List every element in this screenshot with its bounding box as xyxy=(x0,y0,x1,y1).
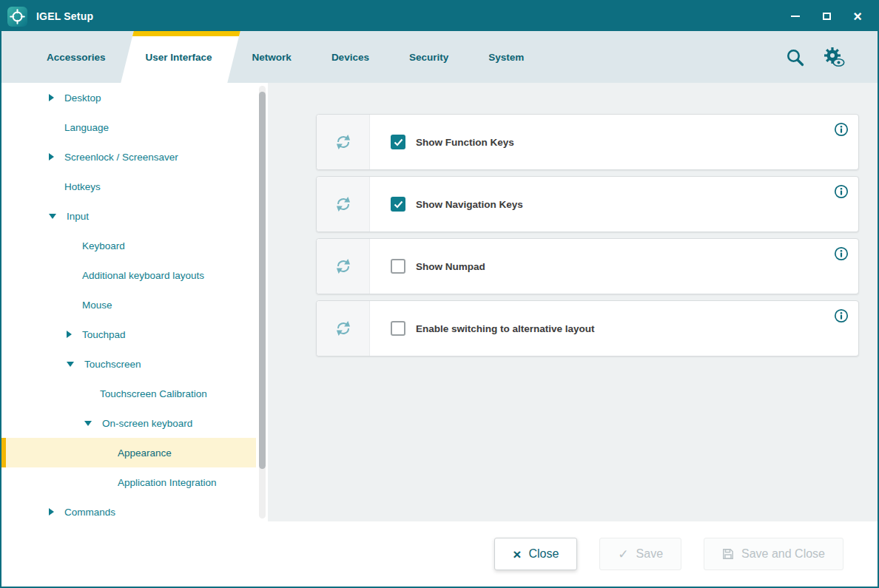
tab-label: Security xyxy=(409,52,448,63)
tab-accessories[interactable]: Accessories xyxy=(27,31,126,83)
search-icon[interactable] xyxy=(785,47,805,67)
chevron-right-icon xyxy=(49,153,54,160)
sidebar-item-additional-keyboard-layouts[interactable]: Additional keyboard layouts xyxy=(1,260,256,290)
sidebar-item-label: Screenlock / Screensaver xyxy=(64,152,178,163)
sidebar-item-label: Language xyxy=(64,122,109,133)
sidebar-item-touchpad[interactable]: Touchpad xyxy=(1,320,256,349)
tab-user-interface[interactable]: User Interface xyxy=(126,31,232,83)
sidebar-item-label: Keyboard xyxy=(82,240,125,251)
tab-label: System xyxy=(488,52,524,63)
sidebar-item-touchscreen-calibration[interactable]: Touchscreen Calibration xyxy=(1,379,256,408)
sidebar-item-label: Additional keyboard layouts xyxy=(82,270,204,281)
tab-bar: Accessories User Interface Network Devic… xyxy=(1,31,878,83)
close-window-button[interactable]: × xyxy=(846,7,869,26)
setting-label: Enable switching to alternative layout xyxy=(416,323,595,334)
sidebar-item-keyboard[interactable]: Keyboard xyxy=(1,231,256,260)
sidebar-item-label: Hotkeys xyxy=(64,181,101,192)
save-check-icon: ✓ xyxy=(618,548,628,561)
tabbar-icons xyxy=(785,31,878,83)
settings-tree-sidebar: Desktop Language Screenlock / Screensave… xyxy=(1,83,268,521)
chevron-right-icon xyxy=(49,508,54,516)
sidebar-scrollbar[interactable] xyxy=(259,86,266,518)
settings-panel: Show Function Keys xyxy=(268,83,878,521)
sidebar-item-label: Application Integration xyxy=(118,477,217,488)
setting-card-show-function-keys: Show Function Keys xyxy=(316,114,859,170)
maximize-icon xyxy=(823,13,831,20)
save-button-label: Save xyxy=(636,547,663,561)
setting-label: Show Numpad xyxy=(416,261,485,272)
sidebar-item-application-integration[interactable]: Application Integration xyxy=(1,467,256,497)
checkbox-enable-alternative-layout[interactable] xyxy=(391,321,405,336)
info-icon[interactable] xyxy=(834,246,849,261)
info-icon[interactable] xyxy=(834,184,849,199)
tab-label: Accessories xyxy=(47,52,106,63)
sidebar-item-appearance[interactable]: Appearance xyxy=(1,438,256,467)
setting-card-show-navigation-keys: Show Navigation Keys xyxy=(316,176,859,232)
sidebar-item-label: Appearance xyxy=(118,447,172,459)
sidebar-item-label: Touchpad xyxy=(82,329,126,340)
close-icon: × xyxy=(853,9,862,24)
save-button[interactable]: ✓ Save xyxy=(599,538,681,570)
sidebar-scrollbar-thumb[interactable] xyxy=(259,92,266,469)
igel-setup-window: IGEL Setup × Accessories User Interface … xyxy=(0,0,879,588)
sidebar-item-on-screen-keyboard[interactable]: On-screen keyboard xyxy=(1,408,256,438)
reset-to-default-icon[interactable] xyxy=(317,115,370,169)
tab-devices[interactable]: Devices xyxy=(311,31,389,83)
tab-security[interactable]: Security xyxy=(389,31,468,83)
content-area: Desktop Language Screenlock / Screensave… xyxy=(1,83,878,521)
sidebar-item-desktop[interactable]: Desktop xyxy=(1,83,256,112)
setting-row: Show Numpad xyxy=(370,239,485,294)
setting-label: Show Navigation Keys xyxy=(416,199,523,210)
tab-label: User Interface xyxy=(146,52,212,63)
tab-network[interactable]: Network xyxy=(232,31,311,83)
sidebar-item-screenlock-screensaver[interactable]: Screenlock / Screensaver xyxy=(1,142,256,172)
checkbox-show-function-keys[interactable] xyxy=(391,135,405,149)
close-x-icon: × xyxy=(513,547,521,561)
sidebar-item-hotkeys[interactable]: Hotkeys xyxy=(1,172,256,201)
sidebar-item-label: Desktop xyxy=(64,92,101,104)
sidebar-item-input[interactable]: Input xyxy=(1,201,256,231)
minimize-button[interactable] xyxy=(784,7,806,26)
sidebar-item-label: On-screen keyboard xyxy=(102,418,192,429)
info-icon[interactable] xyxy=(834,308,849,323)
setting-label: Show Function Keys xyxy=(416,137,514,148)
save-disk-icon xyxy=(722,548,734,560)
tab-label: Devices xyxy=(331,52,369,63)
title-bar: IGEL Setup × xyxy=(1,1,878,31)
chevron-down-icon xyxy=(84,421,92,426)
setting-card-enable-alternative-layout: Enable switching to alternative layout xyxy=(316,300,859,356)
chevron-right-icon xyxy=(49,94,54,101)
maximize-button[interactable] xyxy=(815,7,838,26)
tab-system[interactable]: System xyxy=(468,31,544,83)
footer-bar: × Close ✓ Save Save and Close xyxy=(1,521,878,587)
chevron-right-icon xyxy=(67,331,72,338)
save-and-close-button-label: Save and Close xyxy=(741,547,825,561)
tab-label: Network xyxy=(252,52,292,63)
reset-to-default-icon[interactable] xyxy=(317,301,370,356)
igel-logo-icon xyxy=(7,7,27,27)
save-and-close-button[interactable]: Save and Close xyxy=(704,538,843,570)
sidebar-item-commands[interactable]: Commands xyxy=(1,497,256,521)
sidebar-item-label: Commands xyxy=(64,507,115,518)
setting-row: Show Navigation Keys xyxy=(370,177,523,232)
reset-to-default-icon[interactable] xyxy=(317,239,370,294)
sidebar-item-language[interactable]: Language xyxy=(1,112,256,142)
info-icon[interactable] xyxy=(834,122,849,137)
sidebar-item-label: Input xyxy=(67,211,89,222)
sidebar-item-touchscreen[interactable]: Touchscreen xyxy=(1,349,256,379)
minimize-icon xyxy=(791,16,800,17)
chevron-down-icon xyxy=(67,362,74,367)
reset-to-default-icon[interactable] xyxy=(317,177,370,232)
setup-gear-eye-icon[interactable] xyxy=(821,46,845,68)
close-button[interactable]: × Close xyxy=(494,538,577,570)
setting-row: Show Function Keys xyxy=(370,115,514,169)
setting-card-show-numpad: Show Numpad xyxy=(316,238,859,294)
setting-row: Enable switching to alternative layout xyxy=(370,301,595,356)
sidebar-item-mouse[interactable]: Mouse xyxy=(1,290,256,320)
sidebar-item-label: Touchscreen Calibration xyxy=(100,388,207,399)
checkbox-show-navigation-keys[interactable] xyxy=(391,197,405,212)
close-button-label: Close xyxy=(528,547,559,561)
sidebar-item-label: Touchscreen xyxy=(84,359,141,370)
checkbox-show-numpad[interactable] xyxy=(391,259,405,274)
sidebar-item-label: Mouse xyxy=(82,300,112,311)
